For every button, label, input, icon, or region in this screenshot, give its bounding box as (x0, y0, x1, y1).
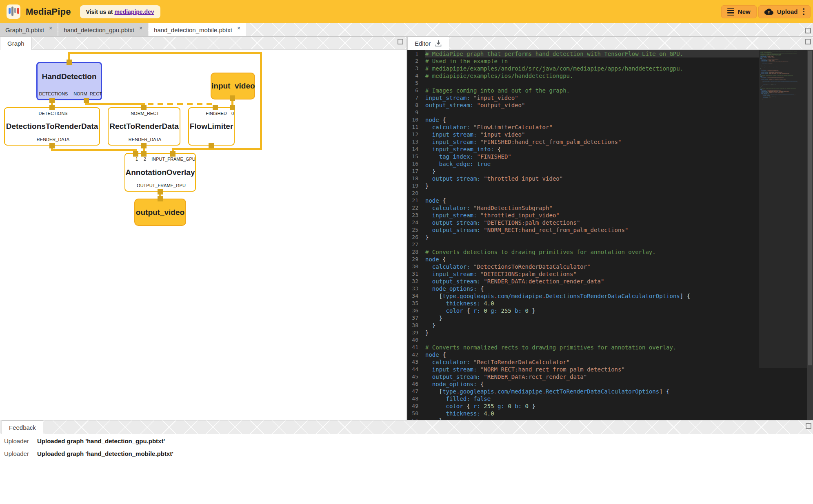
code-line[interactable]: 4# mediapipie/examples/ios/handdetection… (407, 72, 759, 80)
editor-minimap[interactable]: # MediaPipe graph that performs hand det… (759, 50, 807, 420)
maximize-icon[interactable] (806, 423, 811, 429)
port-detections[interactable]: DETECTIONS (39, 111, 68, 116)
code-line[interactable]: 20 (407, 190, 759, 197)
code-line[interactable]: 16 back_edge: true (407, 160, 759, 168)
code-line[interactable]: 1# MediaPipe graph that performs hand de… (407, 50, 759, 57)
new-button[interactable]: New (721, 5, 757, 18)
port-norm-rect[interactable]: NORM_RECT (73, 91, 102, 96)
code-line[interactable]: 12 input_stream: "input_video" (407, 131, 759, 138)
code-line[interactable]: 32 output_stream: "RENDER_DATA:detection… (407, 278, 759, 285)
code-line[interactable]: 29node { (407, 256, 759, 263)
code-line[interactable]: 51 } (407, 417, 759, 420)
code-line[interactable]: 30 calculator: "DetectionsToRenderDataCa… (407, 263, 759, 270)
tab-hand-detection-gpu-pbtxt[interactable]: hand_detection_gpu.pbtxt × (58, 23, 148, 36)
code-line[interactable]: 22 calculator: "HandDetectionSubgraph" (407, 204, 759, 212)
code-line[interactable]: 25 output_stream: "NORM_RECT:hand_rect_f… (407, 226, 759, 234)
node-flowlimiter[interactable]: FINISHED 0 FlowLimiter (188, 107, 235, 146)
code-text-area[interactable]: 1# MediaPipe graph that performs hand de… (407, 50, 759, 420)
maximize-icon[interactable] (805, 28, 811, 33)
tab-graph-panel[interactable]: Graph (0, 37, 32, 50)
code-line[interactable]: 26} (407, 234, 759, 241)
node-output-video[interactable]: output_video (134, 199, 186, 226)
upload-button[interactable]: Upload (758, 5, 811, 18)
port-render-data[interactable]: RENDER_DATA (37, 137, 69, 142)
code-line[interactable]: 10node { (407, 116, 759, 124)
code-line[interactable]: 7input_stream: "input_video" (407, 94, 759, 102)
code-line[interactable]: 17 } (407, 168, 759, 175)
code-line[interactable]: 44 input_stream: "NORM_RECT:hand_rect_fr… (407, 366, 759, 373)
scrollbar-thumb[interactable] (808, 51, 812, 365)
code-line[interactable]: 6# Images coming into and out of the gra… (407, 87, 759, 94)
mediapipe-dev-link[interactable]: mediapipe.dev (114, 9, 154, 15)
node-annotationoverlay[interactable]: 1 2 INPUT_FRAME_GPU AnnotationOverlay OU… (124, 153, 196, 192)
node-handdetection[interactable]: HandDetection DETECTIONS NORM_RECT (36, 62, 102, 100)
editor-scrollbar[interactable] (807, 50, 813, 420)
port-input-frame-gpu[interactable]: INPUT_FRAME_GPU (151, 157, 195, 161)
code-line[interactable]: 49 color { r: 255 g: 0 b: 0 } (407, 402, 759, 410)
code-line[interactable]: 15 tag_index: "FINISHED" (407, 153, 759, 160)
code-line[interactable]: 43 calculator: "RectToRenderDataCalculat… (407, 358, 759, 366)
code-line[interactable]: 37 } (407, 314, 759, 322)
maximize-icon[interactable] (805, 39, 811, 44)
code-line[interactable]: 42node { (407, 351, 759, 358)
code-line[interactable]: 9 (407, 109, 759, 116)
port-output-frame-gpu[interactable]: OUTPUT_FRAME_GPU (137, 183, 186, 188)
code-line[interactable]: 36 color { r: 0 g: 255 b: 0 } (407, 307, 759, 314)
code-line[interactable]: 19} (407, 182, 759, 190)
feedback-panel-header: Feedback (0, 420, 813, 434)
code-line[interactable]: 2# Used in the example in (407, 57, 759, 65)
node-recttorenderdata[interactable]: NORM_RECT RectToRenderData RENDER_DATA (108, 107, 180, 146)
code-line[interactable]: 35 thickness: 4.0 (407, 300, 759, 307)
feedback-tab-label: Feedback (9, 424, 36, 431)
port-0[interactable]: 0 (231, 111, 234, 116)
code-line[interactable]: 13 input_stream: "FINISHED:hand_rect_fro… (407, 138, 759, 146)
port-norm-rect[interactable]: NORM_RECT (131, 111, 159, 116)
code-line[interactable]: 14 input_stream_info: { (407, 146, 759, 153)
more-options-icon[interactable] (803, 8, 805, 15)
feedback-message: Uploaded graph 'hand_detection_gpu.pbtxt… (37, 438, 165, 444)
graph-edge-backedge (148, 103, 214, 105)
code-line[interactable]: 27 (407, 241, 759, 248)
code-line[interactable]: 48 filled: false (407, 395, 759, 402)
tab-graph-0-pbtxt[interactable]: Graph_0.pbtxt × (0, 23, 58, 36)
close-icon[interactable]: × (237, 25, 240, 31)
code-line[interactable]: 46 node_options: { (407, 380, 759, 388)
code-line[interactable]: 45 output_stream: "RENDER_DATA:rect_rend… (407, 373, 759, 380)
minimap-slider[interactable] (759, 50, 807, 368)
close-icon[interactable]: × (139, 25, 142, 31)
port-finished[interactable]: FINISHED (206, 111, 227, 116)
code-line[interactable]: 39} (407, 329, 759, 336)
node-title: HandDetection (38, 72, 101, 81)
port-detections[interactable]: DETECTIONS (39, 91, 68, 96)
port-2[interactable]: 2 (144, 157, 146, 161)
code-line[interactable]: 21node { (407, 197, 759, 204)
tab-hand-detection-mobile-pbtxt[interactable]: hand_detection_mobile.pbtxt × (149, 23, 246, 36)
code-line[interactable]: 40 (407, 336, 759, 344)
graph-canvas[interactable]: HandDetection DETECTIONS NORM_RECT input… (0, 50, 406, 420)
code-line[interactable]: 28# Converts detections to drawing primi… (407, 248, 759, 256)
code-line[interactable]: 33 node_options: { (407, 285, 759, 292)
code-line[interactable]: 11 calculator: "FlowLimiterCalculator" (407, 124, 759, 131)
tab-editor-panel[interactable]: Editor (407, 37, 449, 50)
node-detectionstorenderdata[interactable]: DETECTIONS DetectionsToRenderData RENDER… (4, 107, 100, 146)
download-icon[interactable] (435, 40, 442, 47)
code-line[interactable]: 50 thickness: 4.0 (407, 410, 759, 417)
code-line[interactable]: 5 (407, 80, 759, 87)
port-1[interactable]: 1 (136, 157, 138, 161)
feedback-message: Uploaded graph 'hand_detection_mobile.pb… (37, 450, 173, 457)
code-line[interactable]: 23 input_stream: "throttled_input_video" (407, 212, 759, 219)
code-line[interactable]: 24 output_stream: "DETECTIONS:palm_detec… (407, 219, 759, 226)
code-line[interactable]: 31 input_stream: "DETECTIONS:palm_detect… (407, 270, 759, 278)
code-line[interactable]: 18 output_stream: "throttled_input_video… (407, 175, 759, 182)
code-line[interactable]: 38 } (407, 322, 759, 329)
code-line[interactable]: 3# mediapipie/examples/android/src/java/… (407, 65, 759, 72)
port-render-data[interactable]: RENDER_DATA (129, 137, 161, 142)
code-line[interactable]: 41# Converts normalized rects to drawing… (407, 344, 759, 351)
code-line[interactable]: 47 [type.googleapis.com/mediapipe.RectTo… (407, 388, 759, 395)
maximize-icon[interactable] (398, 39, 403, 44)
code-line[interactable]: 34 [type.googleapis.com/mediapipe.Detect… (407, 292, 759, 300)
tab-feedback-panel[interactable]: Feedback (2, 420, 43, 434)
code-editor[interactable]: 1# MediaPipe graph that performs hand de… (407, 50, 813, 420)
close-icon[interactable]: × (49, 25, 52, 31)
code-line[interactable]: 8output_stream: "output_video" (407, 102, 759, 109)
